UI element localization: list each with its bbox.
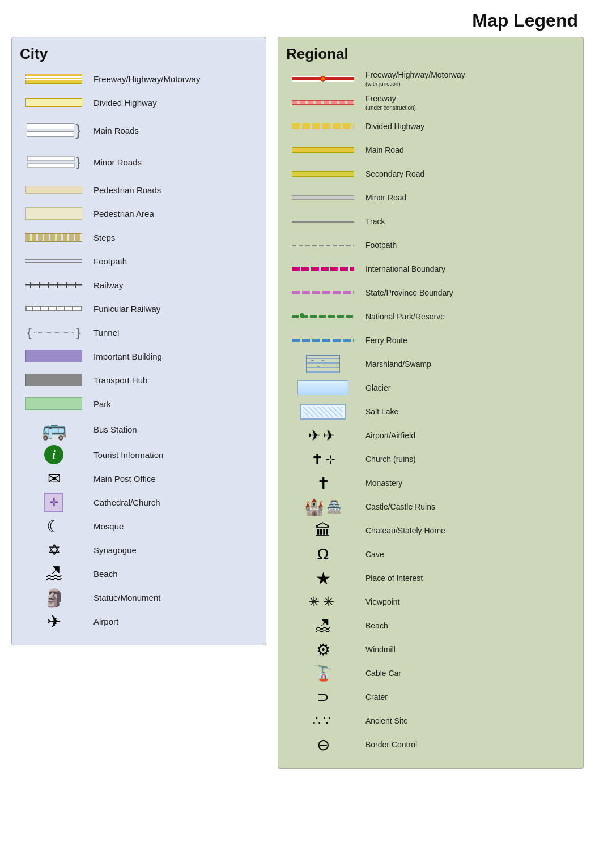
symbol-tunnel: { } [20,326,88,340]
symbol-synagogue: ✡ [20,541,88,559]
cablecar-icon: 🚡 [314,665,332,682]
label-mosque: Mosque [88,521,124,531]
symbol-important-building [20,350,88,362]
label-reg-secondary-road: Secondary Road [360,169,424,179]
symbol-reg-viewpoint: ✳✳ [286,594,360,610]
symbol-reg-secondary-road [286,171,360,177]
list-item: ∴∵ Ancient Site [286,711,573,731]
list-item: ★ Place of Interest [286,568,573,588]
label-reg-saltlake: Salt Lake [360,407,398,417]
castle-icon: 🏰 [304,498,324,516]
label-reg-windmill: Windmill [360,644,396,655]
list-item: ⊖ Border Control [286,734,573,755]
label-reg-minor-road: Minor Road [360,193,406,203]
list-item: ✈✈ Airport/Airfield [286,425,573,446]
symbol-reg-footpath [286,245,360,246]
list-item: i Tourist Information [20,444,256,465]
label-tourist-info: Tourist Information [88,450,163,460]
symbol-reg-monastery: ✝ [286,474,360,493]
symbol-reg-chateau: 🏛 [286,521,360,540]
symbol-post-office: ✉ [20,469,88,488]
label-post-office: Main Post Office [88,474,156,484]
symbol-reg-intl-boundary [286,267,360,271]
list-item: Freeway (under construction) [286,92,573,113]
label-reg-state-boundary: State/Province Boundary [360,288,453,298]
symbol-reg-track [286,221,360,223]
label-pedestrian-area: Pedestrian Area [88,209,154,219]
list-item: 🏖 Beach [286,615,573,636]
symbol-reg-airport: ✈✈ [286,427,360,444]
legend-columns: City Freeway/Highway/Motorway Divided Hi… [0,37,595,780]
list-item: Divided Highway [20,92,256,113]
list-item: 🚌 Bus Station [20,417,256,441]
symbol-footpath [20,259,88,263]
city-heading: City [20,45,256,63]
symbol-reg-marshland: ~ ~ ~ [286,355,360,373]
list-item: Pedestrian Area [20,203,256,224]
symbol-park [20,397,88,410]
list-item: } Minor Roads [20,148,256,176]
label-airport-city: Airport [88,617,118,626]
label-reg-footpath: Footpath [360,240,397,250]
list-item: International Boundary [286,259,573,279]
church-ruins-icon: ⊹ [326,452,335,466]
label-reg-marshland: Marshland/Swamp [360,359,431,369]
symbol-funicular [20,304,88,313]
symbol-reg-ancient: ∴∵ [286,713,360,728]
label-statue: Statue/Monument [88,593,160,602]
list-item: Railway [20,275,256,295]
symbol-steps [20,233,88,242]
list-item: Divided Highway [286,116,573,136]
symbol-railway [20,281,88,289]
list-item: Glacier [286,378,573,398]
list-item: Footpath [286,235,573,255]
symbol-reg-divided [286,123,360,129]
list-item: Main Road [286,140,573,160]
label-cathedral: Cathedral/Church [88,498,160,507]
label-reg-cablecar: Cable Car [360,668,401,678]
label-reg-divided: Divided Highway [360,121,424,131]
beach-reg-icon: 🏖 [315,617,331,635]
monastery-icon: ✝ [317,474,330,493]
symbol-reg-ferry [286,339,360,342]
label-park: Park [88,399,111,409]
list-item: Ω Cave [286,544,573,565]
label-pedestrian-roads: Pedestrian Roads [88,185,161,195]
list-item: Ferry Route [286,330,573,350]
label-tunnel: Tunnel [88,328,119,337]
symbol-reg-castle: 🏰 🏯 [286,498,360,516]
list-item: { } Tunnel [20,322,256,343]
list-item: Footpath [20,251,256,271]
label-reg-intl-boundary: International Boundary [360,264,445,274]
symbol-reg-minor-road [286,195,360,200]
label-reg-main-road: Main Road [360,145,404,155]
list-item: Steps [20,227,256,247]
list-item: ✡ Synagogue [20,540,256,560]
label-important-building: Important Building [88,352,162,361]
symbol-reg-church: ✝ ⊹ [286,451,360,468]
label-reg-ancient: Ancient Site [360,716,408,726]
symbol-reg-saltlake [286,404,360,420]
list-item: ⊃ Crater [286,687,573,707]
poi-icon: ★ [316,568,331,588]
list-item: Freeway/Highway/Motorway (with junction) [286,69,573,89]
label-reg-border: Border Control [360,739,417,750]
list-item: Minor Road [286,187,573,208]
list-item: State/Province Boundary [286,283,573,303]
crater-icon: ⊃ [317,689,329,706]
list-item: Track [286,211,573,232]
label-divided: Divided Highway [88,98,157,108]
label-synagogue: Synagogue [88,545,137,555]
symbol-beach-city: 🏖 [20,564,88,583]
ancient-icon: ∴∵ [313,713,333,728]
list-item: Salt Lake [286,401,573,422]
list-item: Pedestrian Roads [20,179,256,200]
list-item: 🗿 Statue/Monument [20,587,256,608]
symbol-reg-glacier [286,380,360,395]
border-icon: ⊖ [317,736,330,754]
mosque-icon: ☾ [46,516,62,536]
list-item: Freeway/Highway/Motorway [20,69,256,89]
regional-column: Regional Freeway/Highway/Motorway (with … [278,37,584,769]
symbol-reg-windmill: ⚙ [286,640,360,659]
airport-reg-icon: ✈✈ [308,427,338,444]
